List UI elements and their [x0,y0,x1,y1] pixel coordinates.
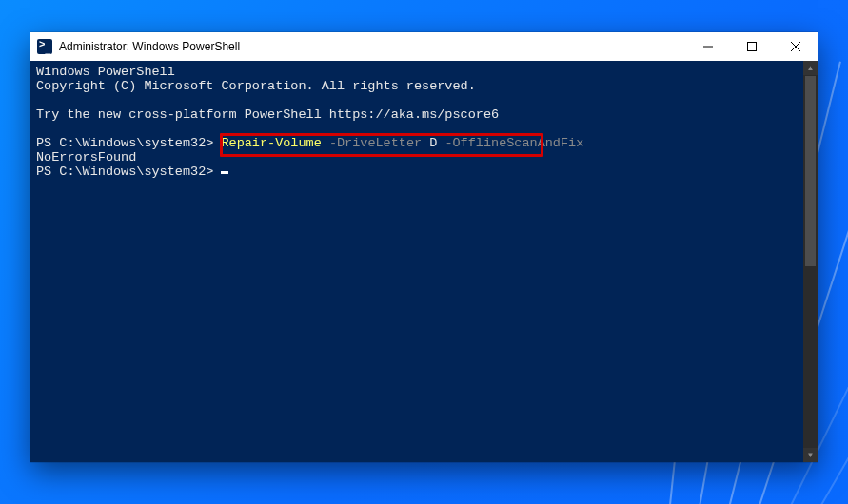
app-icon [30,39,59,54]
prompt-1: PS C:\Windows\system32> [36,136,221,150]
terminal[interactable]: Windows PowerShell Copyright (C) Microso… [30,61,803,462]
maximize-icon [747,42,757,51]
svg-rect-1 [748,43,757,51]
result-line: NoErrorsFound [36,150,136,165]
pscore-hint: Try the new cross-platform PowerShell ht… [36,107,499,122]
param-driveletter: -DriveLetter [329,136,422,150]
banner-line-2: Copyright (C) Microsoft Corporation. All… [36,79,476,93]
cmdlet-name: Repair-Volume [221,136,321,150]
close-icon [791,42,800,51]
titlebar[interactable]: Administrator: Windows PowerShell [30,32,818,61]
close-button[interactable] [774,32,818,61]
scrollbar-down-arrow-icon[interactable]: ▼ [803,448,818,462]
maximize-button[interactable] [730,32,774,61]
vertical-scrollbar[interactable]: ▲ ▼ [803,61,818,462]
terminal-area: Windows PowerShell Copyright (C) Microso… [30,61,818,462]
banner-line-1: Windows PowerShell [36,65,175,79]
minimize-icon [703,42,713,51]
powershell-icon [37,39,52,54]
minimize-button[interactable] [686,32,730,61]
text-cursor [221,171,228,174]
param-offlinescanandfix: -OfflineScanAndFix [444,136,583,150]
scrollbar-thumb[interactable] [805,76,816,266]
window-title: Administrator: Windows PowerShell [59,40,240,53]
prompt-2: PS C:\Windows\system32> [36,165,221,179]
powershell-window: Administrator: Windows PowerShell Window… [30,32,818,462]
scrollbar-up-arrow-icon[interactable]: ▲ [803,61,818,75]
